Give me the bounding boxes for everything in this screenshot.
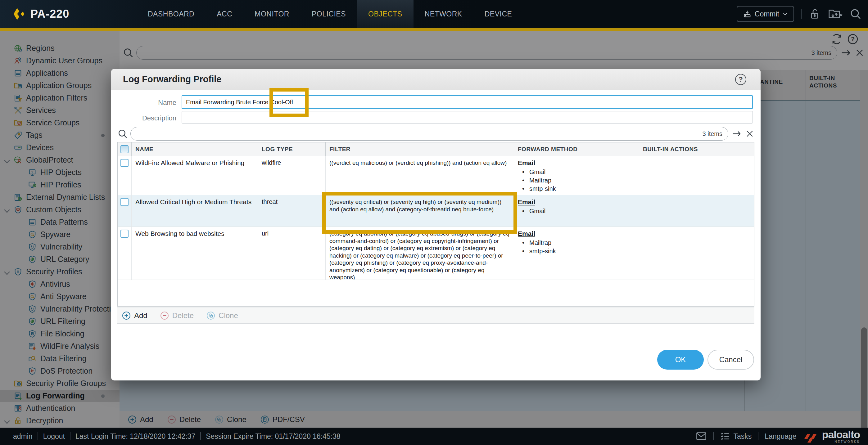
session-expire-time: Session Expire Time: 01/17/2020 16:45:38 (206, 432, 340, 441)
accent-bar (0, 28, 868, 31)
ok-button[interactable]: OK (657, 350, 704, 370)
cell-built-in-actions (639, 195, 754, 226)
items-count: 3 items (703, 130, 722, 137)
lock-icon[interactable] (808, 8, 821, 20)
cell-filter: (category eq abortion) or (category eq a… (326, 227, 514, 280)
nav-tab-device[interactable]: DEVICE (473, 0, 523, 28)
clone-icon (206, 311, 215, 320)
nav-tab-dashboard[interactable]: DASHBOARD (136, 0, 206, 28)
search-icon (117, 128, 128, 139)
email-link[interactable]: Email (518, 198, 635, 206)
nav-tab-network[interactable]: NETWORK (413, 0, 473, 28)
cell-filter: ((severity eq critical) or (severity eq … (326, 195, 514, 226)
forward-server: smtp-sink (518, 247, 635, 255)
apply-filter-icon[interactable] (732, 128, 742, 139)
cell-built-in-actions (639, 156, 754, 195)
description-input[interactable] (182, 111, 753, 124)
delete-icon (160, 311, 169, 320)
table-row-web-browsing-to-bad-websites[interactable]: Web Browsing to bad websitesurl(category… (118, 227, 754, 280)
cell-name: WildFire Allowed Malware or Phishing (132, 156, 258, 195)
commit-button[interactable]: Commit (737, 6, 794, 22)
forward-server: Gmail (518, 168, 635, 176)
mail-icon[interactable] (696, 431, 707, 441)
text-cursor (294, 98, 294, 106)
row-checkbox[interactable] (120, 159, 128, 167)
nav-tab-policies[interactable]: POLICIES (301, 0, 357, 28)
palo-alto-networks-logo: paloalto NETWORKS (803, 429, 860, 443)
name-input[interactable]: Email Forwarding Brute Force Cool-Off (182, 95, 753, 109)
cell-name: Allowed Critical High or Medium Threats (132, 195, 258, 226)
name-value: Email Forwarding Brute Force Cool-Off (186, 99, 293, 106)
global-search-icon[interactable] (849, 8, 862, 20)
select-all-checkbox[interactable] (120, 145, 128, 153)
chevron-down-icon (782, 11, 788, 17)
config-folder-icon[interactable] (828, 7, 842, 21)
column-header-built-in-actions[interactable]: BUILT-IN ACTIONS (639, 142, 754, 156)
last-login-time: Last Login Time: 12/18/2020 12:42:37 (75, 432, 195, 441)
column-header-log-type[interactable]: LOG TYPE (258, 142, 326, 156)
forward-server: Mailtrap (518, 176, 635, 185)
row-checkbox[interactable] (120, 230, 128, 238)
column-header-forward-method[interactable]: FORWARD METHOD (514, 142, 639, 156)
forward-server: Mailtrap (518, 239, 635, 247)
logout-link[interactable]: Logout (43, 432, 65, 441)
email-link[interactable]: Email (518, 230, 635, 237)
column-header-name[interactable]: NAME (132, 142, 258, 156)
add-icon (122, 311, 131, 320)
device-name: PA-220 (30, 7, 69, 21)
forward-server: smtp-sink (518, 185, 635, 193)
table-header-row: NAMELOG TYPEFILTERFORWARD METHODBUILT-IN… (118, 142, 754, 156)
palo-alto-mark-icon (803, 430, 819, 443)
cancel-button[interactable]: Cancel (708, 350, 754, 370)
cell-forward-method: EmailGmailMailtrapsmtp-sink (514, 156, 639, 195)
cell-log-type: threat (258, 195, 326, 226)
table-row-allowed-critical-high-or-medium-threats[interactable]: Allowed Critical High or Medium Threatst… (118, 195, 754, 227)
email-link[interactable]: Email (518, 159, 635, 167)
dialog-toolbar: Add Delete Clone (117, 308, 754, 324)
logged-in-user: admin (13, 432, 33, 441)
delete-button[interactable]: Delete (160, 311, 194, 320)
cell-forward-method: EmailMailtrapsmtp-sink (514, 227, 639, 280)
cell-filter: ((verdict eq malicious) or (verdict eq p… (326, 156, 514, 195)
cell-log-type: url (258, 227, 326, 280)
table-row-wildfire-allowed-malware-or-phishing[interactable]: WildFire Allowed Malware or Phishingwild… (118, 156, 754, 195)
dialog-header: Log Forwarding Profile ? (111, 69, 761, 90)
cell-built-in-actions (639, 227, 754, 280)
cell-name: Web Browsing to bad websites (132, 227, 258, 280)
dialog-help-icon[interactable]: ? (735, 74, 746, 85)
match-list-search-input[interactable]: 3 items (130, 127, 728, 140)
dialog-title: Log Forwarding Profile (123, 74, 221, 85)
row-checkbox[interactable] (120, 198, 128, 206)
description-label: Description (111, 114, 176, 122)
tasks-button[interactable]: Tasks (720, 431, 752, 442)
forward-server: Gmail (518, 207, 635, 215)
clone-button[interactable]: Clone (206, 311, 238, 320)
palo-alto-diamond-icon (12, 7, 26, 21)
commit-label: Commit (755, 10, 779, 18)
nav-tab-acc[interactable]: ACC (206, 0, 243, 28)
commit-icon (743, 10, 752, 18)
clear-filter-icon[interactable] (745, 129, 754, 138)
tasks-icon (720, 431, 731, 442)
match-list-table: NAMELOG TYPEFILTERFORWARD METHODBUILT-IN… (117, 142, 754, 307)
name-label: Name (111, 99, 176, 107)
status-bar: admin Logout Last Login Time: 12/18/2020… (0, 427, 868, 445)
column-header-filter[interactable]: FILTER (326, 142, 514, 156)
device-logo: PA-220 (12, 0, 69, 28)
nav-tab-monitor[interactable]: MONITOR (243, 0, 301, 28)
language-button[interactable]: Language (765, 432, 796, 441)
nav-separator (801, 9, 802, 19)
nav-tab-objects[interactable]: OBJECTS (357, 0, 413, 28)
top-nav-bar: PA-220 DASHBOARDACCMONITORPOLICIESOBJECT… (0, 0, 868, 28)
add-button[interactable]: Add (122, 311, 148, 320)
cell-log-type: wildfire (258, 156, 326, 195)
cell-forward-method: EmailGmail (514, 195, 639, 226)
main-nav-tabs: DASHBOARDACCMONITORPOLICIESOBJECTSNETWOR… (136, 0, 523, 28)
log-forwarding-profile-dialog: Log Forwarding Profile ? Name Email Forw… (111, 69, 761, 380)
